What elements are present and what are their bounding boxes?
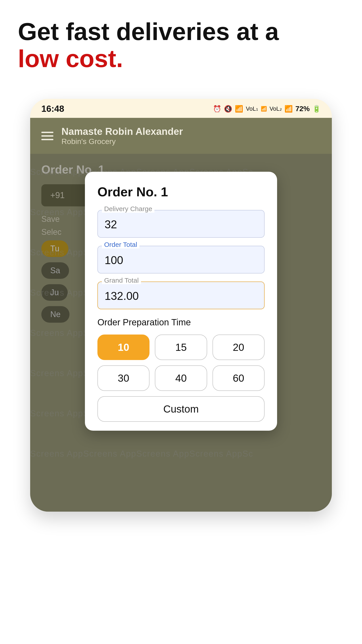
header-greeting: Namaste Robin Alexander xyxy=(61,126,183,137)
battery-icon: 🔋 xyxy=(312,105,321,113)
grand-total-field: Grand Total xyxy=(97,282,265,309)
hamburger-line2 xyxy=(41,135,53,137)
header-store: Robin's Grocery xyxy=(61,137,183,146)
time-btn-15[interactable]: 15 xyxy=(155,334,207,360)
status-time: 16:48 xyxy=(41,104,64,114)
mute-icon: 🔇 xyxy=(224,105,232,113)
phone-wrapper: 16:48 ⏰ 🔇 📶 VoL₁ 📶 VoL₂ 📶 72% 🔋 Namas xyxy=(0,99,362,512)
signal1-icon: VoL₁ xyxy=(246,105,258,112)
time-btn-10[interactable]: 10 xyxy=(97,334,149,360)
wifi-icon: 📶 xyxy=(235,105,243,113)
delivery-charge-label: Delivery Charge xyxy=(102,205,154,213)
app-content-background: Screens AppScreens AppScreens AppScreens… xyxy=(30,154,332,512)
battery-text: 72% xyxy=(295,105,310,113)
hero-section: Get fast deliveries at a low cost. xyxy=(0,0,362,81)
grand-total-label: Grand Total xyxy=(102,276,141,284)
signal2-icon: 📶 xyxy=(261,106,267,112)
hero-line2: low cost. xyxy=(18,45,344,72)
time-btn-40[interactable]: 40 xyxy=(155,366,207,391)
delivery-charge-input[interactable] xyxy=(97,210,265,238)
grand-total-input[interactable] xyxy=(97,282,265,309)
prep-time-label: Order Preparation Time xyxy=(97,317,265,327)
phone-frame: 16:48 ⏰ 🔇 📶 VoL₁ 📶 VoL₂ 📶 72% 🔋 Namas xyxy=(30,99,332,512)
time-buttons-row1: 10 15 20 xyxy=(97,334,265,360)
header-text: Namaste Robin Alexander Robin's Grocery xyxy=(61,126,183,146)
order-total-label: Order Total xyxy=(102,241,139,248)
menu-button[interactable] xyxy=(41,132,53,140)
time-btn-20[interactable]: 20 xyxy=(213,334,265,360)
hamburger-line1 xyxy=(41,132,53,133)
custom-time-btn[interactable]: Custom xyxy=(97,396,265,422)
hero-line1: Get fast deliveries at a xyxy=(18,18,344,45)
time-btn-60[interactable]: 60 xyxy=(213,366,265,391)
delivery-charge-field: Delivery Charge xyxy=(97,210,265,238)
status-icons: ⏰ 🔇 📶 VoL₁ 📶 VoL₂ 📶 72% 🔋 xyxy=(213,105,321,113)
app-header: Namaste Robin Alexander Robin's Grocery xyxy=(30,118,332,154)
status-bar: 16:48 ⏰ 🔇 📶 VoL₁ 📶 VoL₂ 📶 72% 🔋 xyxy=(30,99,332,118)
signal3-icon: VoL₂ xyxy=(270,105,282,112)
time-buttons-row2: 30 40 60 xyxy=(97,366,265,391)
modal-overlay: Order No. 1 Delivery Charge Order Total … xyxy=(30,154,332,512)
order-total-field: Order Total xyxy=(97,246,265,274)
modal-title: Order No. 1 xyxy=(97,184,265,199)
signal4-icon: 📶 xyxy=(285,105,293,113)
modal-card: Order No. 1 Delivery Charge Order Total … xyxy=(85,172,277,431)
hamburger-line3 xyxy=(41,139,53,140)
order-total-input[interactable] xyxy=(97,246,265,274)
alarm-icon: ⏰ xyxy=(213,105,221,113)
time-btn-30[interactable]: 30 xyxy=(97,366,149,391)
